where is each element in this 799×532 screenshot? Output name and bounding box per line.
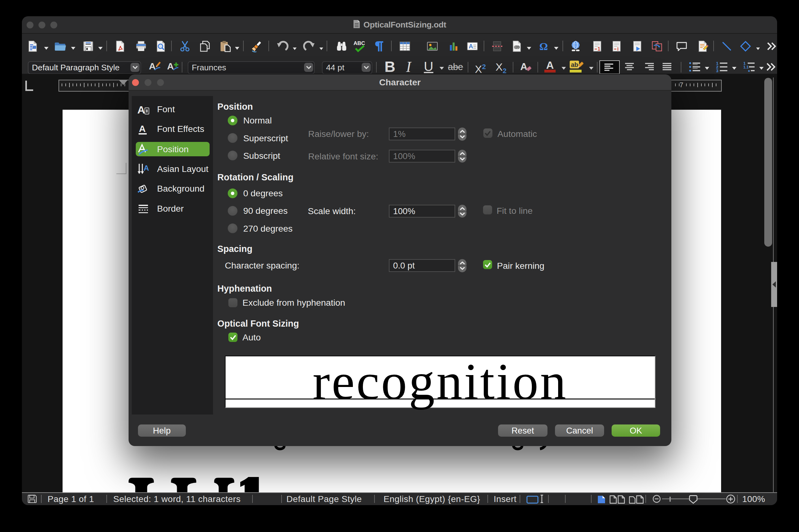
svg-text:A: A <box>139 124 146 134</box>
svg-text:A: A <box>520 61 527 72</box>
svg-text:1.1: 1.1 <box>743 65 749 70</box>
svg-text:A: A <box>167 61 174 71</box>
svg-text:(=): (=) <box>515 45 520 49</box>
svg-text:i: i <box>617 46 618 52</box>
svg-text:Ω: Ω <box>539 41 548 52</box>
svg-text:A: A <box>144 164 149 172</box>
svg-text:3: 3 <box>716 69 718 72</box>
svg-text:ab: ab <box>571 61 578 68</box>
svg-text:A: A <box>469 43 473 50</box>
svg-text:A: A <box>137 104 145 116</box>
svg-text:1: 1 <box>598 46 600 52</box>
